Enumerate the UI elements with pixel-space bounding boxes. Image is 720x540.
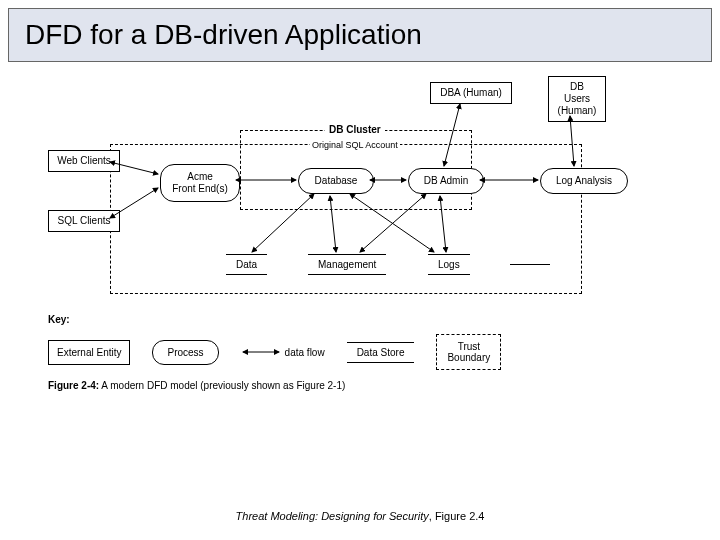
process-acme-front-end: Acme Front End(s) (160, 164, 240, 202)
key-process: Process (152, 340, 218, 365)
boundary-label-original-sql: Original SQL Account (310, 140, 400, 150)
figure-caption-text: A modern DFD model (previously shown as … (99, 380, 345, 391)
datastore-data: Data (226, 254, 267, 275)
slide-title: DFD for a DB-driven Application (8, 8, 712, 62)
process-log-analysis: Log Analysis (540, 168, 628, 194)
process-db-admin: DB Admin (408, 168, 484, 194)
figure-caption: Figure 2-4: A modern DFD model (previous… (48, 380, 345, 391)
key-data-flow: data flow (241, 347, 325, 358)
entity-db-users-human: DB Users (Human) (548, 76, 606, 122)
line-fragment (510, 264, 550, 265)
key-data-store: Data Store (347, 342, 415, 363)
key-row: External Entity Process data flow Data S… (48, 334, 501, 370)
footer-suffix: , Figure 2.4 (429, 510, 485, 522)
slide-footer: Threat Modeling: Designing for Security,… (0, 510, 720, 522)
process-database: Database (298, 168, 374, 194)
datastore-logs: Logs (428, 254, 470, 275)
datastore-management: Management (308, 254, 386, 275)
key-external-entity: External Entity (48, 340, 130, 365)
key-trust-boundary: Trust Boundary (436, 334, 501, 370)
boundary-label-db-cluster: DB Cluster (325, 124, 385, 135)
entity-sql-clients: SQL Clients (48, 210, 120, 232)
dfd-diagram: DB Cluster Original SQL Account Web Clie… (30, 82, 690, 402)
entity-web-clients: Web Clients (48, 150, 120, 172)
figure-caption-prefix: Figure 2-4: (48, 380, 99, 391)
footer-source: Threat Modeling: Designing for Security (236, 510, 429, 522)
key-data-flow-label: data flow (285, 347, 325, 358)
key-label: Key: (48, 314, 70, 325)
entity-dba-human: DBA (Human) (430, 82, 512, 104)
